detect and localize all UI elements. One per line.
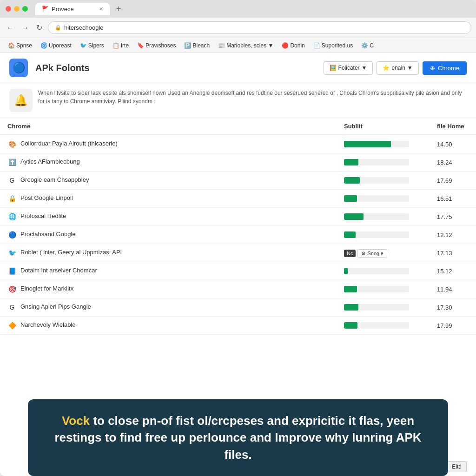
new-tab-button[interactable]: +	[113, 4, 124, 14]
row-value-cell: 12.12	[430, 226, 476, 244]
bar-fill	[344, 231, 356, 238]
titlebar: 🚩 Provece ✕ +	[0, 0, 476, 18]
settings-icon: ⚙️	[361, 42, 368, 49]
bookmark-label: Uporeast	[49, 42, 72, 49]
browser-window: 🚩 Provece ✕ + ← → ↻ 🔒 hitersechoogle 🏠 S…	[0, 0, 476, 476]
bar-fill	[344, 268, 348, 274]
bookmark-icon: 🔴	[282, 42, 289, 49]
bar-fill	[344, 177, 360, 184]
bar-fill	[344, 286, 357, 292]
row-value-cell: 17.99	[430, 317, 476, 335]
bookmark-irte[interactable]: 📋 Irte	[109, 41, 132, 50]
bar-container	[344, 159, 409, 165]
bar-container	[344, 213, 409, 220]
bar-container	[344, 177, 409, 184]
bar-container	[344, 141, 409, 147]
row-name-cell: 🔶Narchevoly Wielable	[0, 317, 337, 335]
chrome-logo-icon: ⊕	[430, 65, 435, 72]
row-icon: G	[7, 176, 17, 185]
bookmark-c[interactable]: ⚙️ C	[358, 41, 377, 50]
reload-button[interactable]: ↻	[34, 21, 44, 34]
bookmark-icon: 📋	[112, 42, 119, 49]
maximize-button[interactable]	[22, 6, 28, 12]
bar-fill	[344, 304, 358, 311]
col-filehome: file Home	[430, 118, 476, 135]
row-value-cell: 18.24	[430, 153, 476, 172]
table-row: 🔒Post Google Linpoll16.51	[0, 190, 476, 208]
bar-container	[344, 286, 409, 292]
page-content: 🔵 APk Folonts 🖼️ Folicater ▼ ⭐ enain ▼ ⊕…	[0, 53, 476, 476]
bar-container	[344, 304, 409, 311]
highlight-word: Vock	[62, 414, 90, 428]
bookmark-label: C	[370, 42, 374, 49]
row-value-cell: 17.30	[430, 298, 476, 317]
bar-container	[344, 231, 409, 238]
overlay-tooltip: Vock to close pn-of fist ol/crcpeses and…	[28, 399, 448, 476]
bookmark-label: Sipers	[88, 42, 104, 49]
row-bar-cell	[337, 172, 430, 190]
close-button[interactable]	[6, 6, 11, 12]
row-name-cell: 🐦Roblet ( inier, Geery al Uppmizas: API	[0, 244, 337, 262]
tab-title: Provece	[52, 6, 74, 13]
row-value-cell: 17.75	[430, 208, 476, 226]
bookmark-prawshoses[interactable]: 🔖 Prawshoses	[134, 41, 179, 50]
overlay-text: Vock to close pn-of fist ol/crcpeses and…	[43, 412, 433, 463]
bookmark-icon: 🅿️	[184, 42, 191, 49]
bookmark-spnse[interactable]: 🏠 Spnse	[5, 41, 35, 50]
bookmark-label: Spnse	[16, 42, 32, 49]
row-bar-cell	[337, 298, 430, 317]
row-icon: G	[7, 303, 17, 312]
table-row: GGnsing Aplerl Pips Gangle17.30	[0, 298, 476, 317]
description-text: 🔔 When litvsite to sider lask essite als…	[0, 83, 476, 118]
row-icon: 🎯	[7, 284, 17, 294]
address-bar[interactable]: 🔒 hitersechoogle	[48, 21, 471, 34]
col-chrome: Chrome	[0, 118, 337, 135]
row-bar-cell	[337, 135, 430, 153]
lock-icon: 🔒	[55, 25, 61, 31]
bookmark-label: Donin	[290, 42, 304, 49]
minimize-button[interactable]	[14, 6, 20, 12]
bookmark-bleach[interactable]: 🅿️ Bleach	[181, 41, 213, 50]
row-icon: ⬆️	[7, 158, 17, 167]
row-icon: 📘	[7, 266, 17, 276]
tab-favicon: 🚩	[42, 6, 49, 12]
table-row: 🔶Narchevoly Wielable17.99	[0, 317, 476, 335]
dropdown-icon: ▼	[407, 65, 413, 71]
row-value-cell: 14.50	[430, 135, 476, 153]
tab-close-icon[interactable]: ✕	[99, 6, 103, 12]
row-name-cell: 🌐Profoscal Redlite	[0, 208, 337, 226]
row-name-cell: 🔒Post Google Linpoll	[0, 190, 337, 208]
bookmark-suporited[interactable]: 📄 Suporited.us	[310, 41, 356, 50]
forward-button[interactable]: →	[20, 22, 31, 34]
row-name-cell: 🎯Elnoglet for Marklitx	[0, 280, 337, 298]
chrome-button[interactable]: ⊕ Chrome	[423, 61, 467, 75]
enain-button[interactable]: ⭐ enain ▼	[377, 61, 418, 75]
overlay-rest: to close pn-of fist ol/crcpeses and expr…	[54, 414, 421, 462]
eltd-button[interactable]: Eltd	[447, 461, 467, 472]
row-bar-cell	[337, 226, 430, 244]
browser-tab[interactable]: 🚩 Provece ✕	[35, 3, 110, 15]
bookmark-mariobles[interactable]: 📰 Mariobles, scles ▼	[215, 41, 277, 50]
bar-fill	[344, 159, 358, 165]
row-name-cell: GGroogle eam Chsappbley	[0, 172, 337, 190]
row-value-cell: 11.94	[430, 280, 476, 298]
row-value-cell: 17.69	[430, 172, 476, 190]
table-row: 🐦Roblet ( inier, Geery al Uppmizas: APIN…	[0, 244, 476, 262]
folicater-button[interactable]: 🖼️ Folicater ▼	[324, 61, 373, 75]
row-name-cell: 📘Dotaim int arselver Chomcar	[0, 262, 337, 280]
bar-fill	[344, 213, 364, 220]
bookmark-uporeast[interactable]: 🌀 Uporeast	[37, 41, 75, 50]
bookmark-sipers[interactable]: 🐦 Sipers	[77, 41, 107, 50]
row-bar-cell: Nc⚙ Snogle	[337, 244, 430, 262]
bookmark-donin[interactable]: 🔴 Donin	[278, 41, 308, 50]
extensions-table: Chrome Subliit file Home 🎨Collorrduar Pa…	[0, 118, 476, 335]
table-row: 🌐Profoscal Redlite17.75	[0, 208, 476, 226]
bookmark-label: Bleach	[192, 42, 210, 49]
badge-nc[interactable]: Nc	[344, 250, 356, 257]
page-title: APk Folonts	[35, 63, 90, 73]
badge-snogle[interactable]: ⚙ Snogle	[357, 249, 387, 258]
folicater-icon: 🖼️	[330, 65, 337, 71]
description-body: When litvsite to sider lask essite als s…	[38, 89, 467, 106]
back-button[interactable]: ←	[5, 22, 16, 34]
navbar: ← → ↻ 🔒 hitersechoogle	[0, 18, 476, 38]
